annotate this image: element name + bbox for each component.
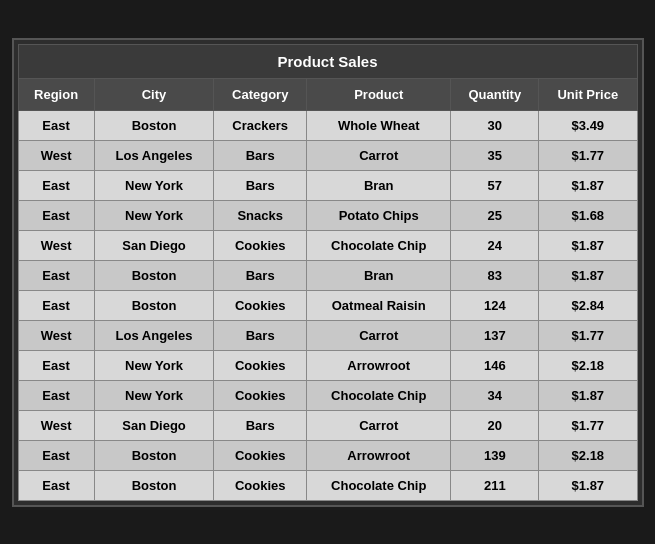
cell-11-0: East (18, 440, 94, 470)
cell-2-0: East (18, 170, 94, 200)
table-row: EastBostonCrackersWhole Wheat30$3.49 (18, 110, 637, 140)
header-category: Category (214, 78, 307, 110)
cell-8-1: New York (94, 350, 214, 380)
cell-9-3: Chocolate Chip (306, 380, 451, 410)
cell-6-4: 124 (451, 290, 539, 320)
table-row: EastBostonBarsBran83$1.87 (18, 260, 637, 290)
cell-12-4: 211 (451, 470, 539, 500)
table-row: EastBostonCookiesChocolate Chip211$1.87 (18, 470, 637, 500)
cell-6-3: Oatmeal Raisin (306, 290, 451, 320)
cell-4-4: 24 (451, 230, 539, 260)
cell-7-3: Carrot (306, 320, 451, 350)
cell-8-3: Arrowroot (306, 350, 451, 380)
table-row: WestLos AngelesBarsCarrot35$1.77 (18, 140, 637, 170)
table-row: EastNew YorkCookiesArrowroot146$2.18 (18, 350, 637, 380)
cell-9-2: Cookies (214, 380, 307, 410)
cell-11-2: Cookies (214, 440, 307, 470)
cell-5-4: 83 (451, 260, 539, 290)
table-row: WestSan DiegoCookiesChocolate Chip24$1.8… (18, 230, 637, 260)
cell-5-3: Bran (306, 260, 451, 290)
cell-3-4: 25 (451, 200, 539, 230)
cell-0-3: Whole Wheat (306, 110, 451, 140)
cell-4-2: Cookies (214, 230, 307, 260)
header-unit-price: Unit Price (539, 78, 637, 110)
cell-5-5: $1.87 (539, 260, 637, 290)
cell-10-3: Carrot (306, 410, 451, 440)
cell-3-0: East (18, 200, 94, 230)
cell-2-3: Bran (306, 170, 451, 200)
table-row: EastBostonCookiesArrowroot139$2.18 (18, 440, 637, 470)
cell-11-5: $2.18 (539, 440, 637, 470)
cell-7-1: Los Angeles (94, 320, 214, 350)
product-sales-table: Product Sales RegionCityCategoryProductQ… (18, 44, 638, 501)
table-row: WestSan DiegoBarsCarrot20$1.77 (18, 410, 637, 440)
cell-1-2: Bars (214, 140, 307, 170)
cell-3-3: Potato Chips (306, 200, 451, 230)
cell-4-0: West (18, 230, 94, 260)
cell-0-2: Crackers (214, 110, 307, 140)
cell-1-1: Los Angeles (94, 140, 214, 170)
cell-10-0: West (18, 410, 94, 440)
cell-4-1: San Diego (94, 230, 214, 260)
cell-6-0: East (18, 290, 94, 320)
cell-10-1: San Diego (94, 410, 214, 440)
header-region: Region (18, 78, 94, 110)
cell-9-4: 34 (451, 380, 539, 410)
cell-8-5: $2.18 (539, 350, 637, 380)
cell-6-2: Cookies (214, 290, 307, 320)
cell-0-0: East (18, 110, 94, 140)
table-row: EastNew YorkCookiesChocolate Chip34$1.87 (18, 380, 637, 410)
cell-4-5: $1.87 (539, 230, 637, 260)
header-product: Product (306, 78, 451, 110)
cell-5-2: Bars (214, 260, 307, 290)
table-header-row: RegionCityCategoryProductQuantityUnit Pr… (18, 78, 637, 110)
cell-1-5: $1.77 (539, 140, 637, 170)
cell-4-3: Chocolate Chip (306, 230, 451, 260)
cell-7-0: West (18, 320, 94, 350)
cell-6-5: $2.84 (539, 290, 637, 320)
cell-1-4: 35 (451, 140, 539, 170)
table-row: WestLos AngelesBarsCarrot137$1.77 (18, 320, 637, 350)
cell-2-1: New York (94, 170, 214, 200)
cell-9-5: $1.87 (539, 380, 637, 410)
cell-9-1: New York (94, 380, 214, 410)
header-quantity: Quantity (451, 78, 539, 110)
cell-0-5: $3.49 (539, 110, 637, 140)
cell-7-5: $1.77 (539, 320, 637, 350)
cell-2-5: $1.87 (539, 170, 637, 200)
cell-10-4: 20 (451, 410, 539, 440)
table-row: EastBostonCookiesOatmeal Raisin124$2.84 (18, 290, 637, 320)
header-city: City (94, 78, 214, 110)
cell-0-1: Boston (94, 110, 214, 140)
cell-3-1: New York (94, 200, 214, 230)
cell-7-4: 137 (451, 320, 539, 350)
cell-2-4: 57 (451, 170, 539, 200)
cell-12-1: Boston (94, 470, 214, 500)
cell-12-5: $1.87 (539, 470, 637, 500)
cell-12-3: Chocolate Chip (306, 470, 451, 500)
cell-8-4: 146 (451, 350, 539, 380)
table-body: EastBostonCrackersWhole Wheat30$3.49West… (18, 110, 637, 500)
cell-10-5: $1.77 (539, 410, 637, 440)
cell-11-4: 139 (451, 440, 539, 470)
table-row: EastNew YorkSnacksPotato Chips25$1.68 (18, 200, 637, 230)
cell-3-5: $1.68 (539, 200, 637, 230)
cell-5-1: Boston (94, 260, 214, 290)
cell-9-0: East (18, 380, 94, 410)
cell-12-2: Cookies (214, 470, 307, 500)
cell-1-3: Carrot (306, 140, 451, 170)
cell-2-2: Bars (214, 170, 307, 200)
cell-12-0: East (18, 470, 94, 500)
table-row: EastNew YorkBarsBran57$1.87 (18, 170, 637, 200)
cell-1-0: West (18, 140, 94, 170)
cell-10-2: Bars (214, 410, 307, 440)
cell-6-1: Boston (94, 290, 214, 320)
cell-7-2: Bars (214, 320, 307, 350)
table-title: Product Sales (18, 44, 637, 78)
cell-8-0: East (18, 350, 94, 380)
cell-8-2: Cookies (214, 350, 307, 380)
cell-0-4: 30 (451, 110, 539, 140)
cell-5-0: East (18, 260, 94, 290)
cell-3-2: Snacks (214, 200, 307, 230)
cell-11-3: Arrowroot (306, 440, 451, 470)
